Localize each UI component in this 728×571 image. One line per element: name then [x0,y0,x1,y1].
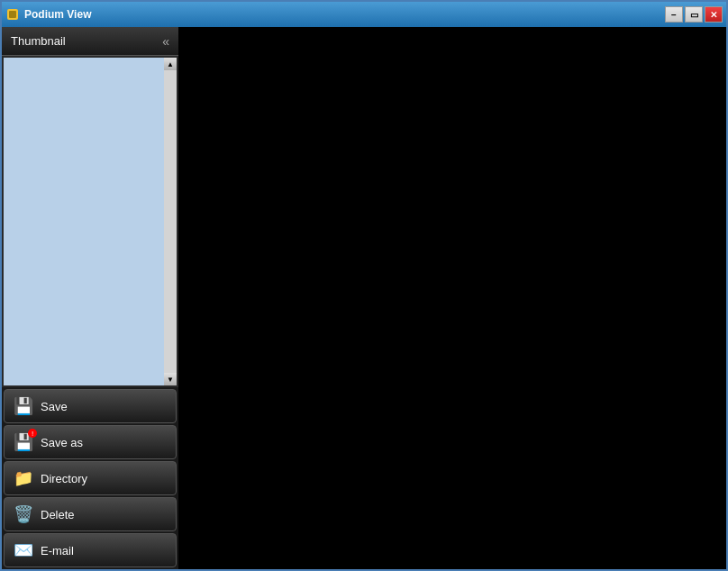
sidebar-buttons: Save Save as Directory Delete [2,387,178,569]
thumbnail-header: Thumbnail « [2,27,178,56]
minimize-button[interactable]: − [665,6,683,23]
email-icon [14,540,33,560]
scroll-up-arrow[interactable]: ▲ [164,58,177,70]
window-title: Podium View [24,8,91,21]
directory-label: Directory [41,472,87,485]
main-window: Podium View − ▭ ✕ Thumbnail « ▲ ▼ [0,0,728,571]
delete-label: Delete [41,508,75,521]
save-label: Save [41,400,68,413]
email-button[interactable]: E-mail [4,533,177,567]
thumbnail-area: ▲ ▼ [4,58,177,385]
app-icon [5,7,20,22]
titlebar: Podium View − ▭ ✕ [2,2,726,27]
content-area: Thumbnail « ▲ ▼ Save [2,27,726,569]
folder-icon [14,468,33,488]
thumbnail-label: Thumbnail [11,34,66,48]
save-button[interactable]: Save [4,389,177,423]
window-controls: − ▭ ✕ [665,6,723,23]
close-button[interactable]: ✕ [705,6,723,23]
scroll-track[interactable] [164,70,177,373]
svg-rect-1 [9,11,16,18]
restore-button[interactable]: ▭ [685,6,703,23]
email-label: E-mail [41,544,74,557]
scrollbar[interactable]: ▲ ▼ [164,58,177,385]
collapse-button[interactable]: « [162,34,169,49]
titlebar-left: Podium View [5,7,91,22]
sidebar: Thumbnail « ▲ ▼ Save [2,27,178,569]
scroll-down-arrow[interactable]: ▼ [164,373,177,385]
save-icon [14,396,33,416]
delete-button[interactable]: Delete [4,497,177,531]
save-as-icon [14,432,33,452]
directory-button[interactable]: Directory [4,461,177,495]
save-as-button[interactable]: Save as [4,425,177,459]
delete-icon [14,504,33,524]
save-as-label: Save as [41,436,83,449]
main-content-area [178,27,726,569]
